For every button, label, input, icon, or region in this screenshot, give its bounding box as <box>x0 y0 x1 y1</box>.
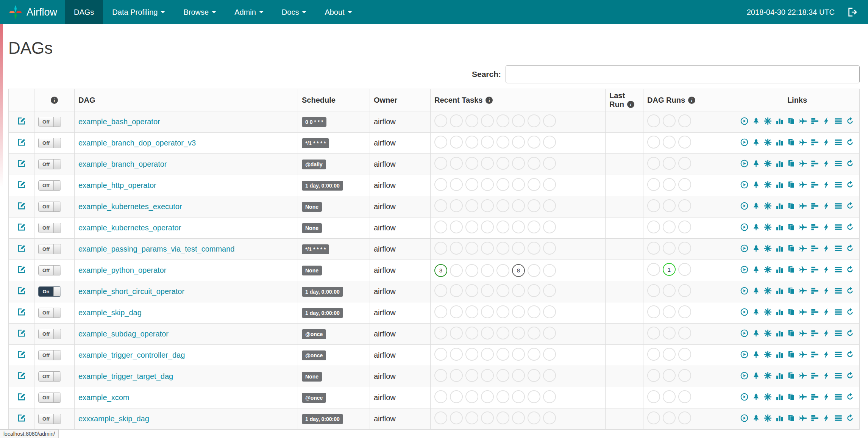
state-circle[interactable] <box>647 242 660 255</box>
graph-icon[interactable] <box>764 202 772 210</box>
state-circle[interactable] <box>450 114 463 127</box>
refresh-icon[interactable] <box>846 223 854 231</box>
state-circle[interactable] <box>481 390 494 403</box>
state-circle[interactable] <box>678 136 691 149</box>
state-circle[interactable] <box>543 242 556 255</box>
pause-toggle[interactable]: Off <box>38 138 61 148</box>
dag-link[interactable]: example_http_operator <box>78 181 156 189</box>
tree-icon[interactable] <box>752 350 760 358</box>
state-circle[interactable] <box>512 136 525 149</box>
edit-dag-icon[interactable] <box>17 180 26 189</box>
tree-icon[interactable] <box>752 329 760 337</box>
pause-toggle[interactable]: On <box>38 286 61 297</box>
play-circle-icon[interactable] <box>740 181 748 189</box>
state-circle[interactable] <box>647 369 660 382</box>
state-circle[interactable] <box>663 136 676 149</box>
state-circle[interactable] <box>434 369 447 382</box>
tree-icon[interactable] <box>752 287 760 295</box>
copy-icon[interactable] <box>787 160 795 167</box>
play-circle-icon[interactable] <box>740 266 748 274</box>
edit-dag-icon[interactable] <box>17 286 26 295</box>
bar-chart-icon[interactable] <box>776 181 784 189</box>
state-circle[interactable] <box>481 348 494 361</box>
play-circle-icon[interactable] <box>740 287 748 295</box>
pause-toggle[interactable]: Off <box>38 414 61 424</box>
edit-dag-icon[interactable] <box>17 202 26 210</box>
plane-icon[interactable] <box>799 350 807 358</box>
copy-icon[interactable] <box>787 372 795 380</box>
state-circle[interactable] <box>663 390 676 403</box>
state-circle[interactable] <box>528 369 540 382</box>
state-circle[interactable] <box>528 305 540 318</box>
state-circle[interactable] <box>450 390 463 403</box>
state-circle[interactable] <box>465 114 478 127</box>
state-circle[interactable] <box>647 114 660 127</box>
state-circle[interactable] <box>678 411 691 424</box>
pause-toggle[interactable]: Off <box>38 329 61 339</box>
refresh-icon[interactable] <box>846 266 854 274</box>
state-circle[interactable] <box>450 157 463 170</box>
gantt-icon[interactable] <box>811 287 819 295</box>
state-circle[interactable] <box>434 327 447 339</box>
refresh-icon[interactable] <box>846 287 854 295</box>
state-circle[interactable] <box>647 327 660 339</box>
state-circle[interactable] <box>481 157 494 170</box>
state-circle[interactable] <box>663 157 676 170</box>
state-circle[interactable] <box>528 136 540 149</box>
state-circle[interactable] <box>528 411 540 424</box>
edit-dag-icon[interactable] <box>17 393 26 401</box>
lightning-icon[interactable] <box>823 372 831 380</box>
tree-icon[interactable] <box>752 372 760 380</box>
state-circle[interactable] <box>543 114 556 127</box>
state-circle[interactable] <box>678 327 691 339</box>
plane-icon[interactable] <box>799 117 807 125</box>
state-circle[interactable] <box>465 327 478 339</box>
state-circle[interactable] <box>647 348 660 361</box>
bar-chart-icon[interactable] <box>776 202 784 210</box>
bar-chart-icon[interactable] <box>776 266 784 274</box>
bar-chart-icon[interactable] <box>776 117 784 125</box>
state-circle[interactable] <box>647 284 660 297</box>
play-circle-icon[interactable] <box>740 350 748 358</box>
schedule-badge[interactable]: @once <box>302 393 326 403</box>
tree-icon[interactable] <box>752 308 760 316</box>
graph-icon[interactable] <box>764 138 772 146</box>
copy-icon[interactable] <box>787 117 795 125</box>
gantt-icon[interactable] <box>811 393 819 401</box>
refresh-icon[interactable] <box>846 329 854 337</box>
state-circle[interactable] <box>678 390 691 403</box>
lightning-icon[interactable] <box>823 393 831 401</box>
edit-dag-icon[interactable] <box>17 329 26 337</box>
nav-item-data-profiling[interactable]: Data Profiling <box>103 0 174 24</box>
state-circle[interactable] <box>450 411 463 424</box>
schedule-badge[interactable]: */1 * * * * <box>302 138 329 148</box>
state-circle[interactable] <box>663 178 676 191</box>
pause-toggle[interactable]: Off <box>38 180 61 191</box>
state-circle[interactable] <box>450 264 463 277</box>
play-circle-icon[interactable] <box>740 244 748 252</box>
lightning-icon[interactable] <box>823 181 831 189</box>
state-circle[interactable] <box>465 242 478 255</box>
state-circle[interactable]: 1 <box>663 263 676 276</box>
state-circle[interactable] <box>512 114 525 127</box>
state-circle[interactable] <box>434 284 447 297</box>
state-circle[interactable] <box>496 157 509 170</box>
state-circle[interactable] <box>450 348 463 361</box>
state-circle[interactable] <box>496 242 509 255</box>
bar-chart-icon[interactable] <box>776 329 784 337</box>
play-circle-icon[interactable] <box>740 329 748 337</box>
search-input[interactable] <box>506 65 860 83</box>
list-icon[interactable] <box>834 393 842 401</box>
schedule-badge[interactable]: 1 day, 0:00:00 <box>302 287 343 297</box>
state-circle[interactable] <box>465 199 478 212</box>
schedule-badge[interactable]: @once <box>302 329 326 339</box>
state-circle[interactable] <box>512 390 525 403</box>
lightning-icon[interactable] <box>823 266 831 274</box>
state-circle[interactable] <box>481 199 494 212</box>
play-circle-icon[interactable] <box>740 414 748 422</box>
state-circle[interactable] <box>496 221 509 233</box>
tree-icon[interactable] <box>752 138 760 146</box>
schedule-badge[interactable]: 1 day, 0:00:00 <box>302 181 343 191</box>
refresh-icon[interactable] <box>846 138 854 146</box>
copy-icon[interactable] <box>787 393 795 401</box>
